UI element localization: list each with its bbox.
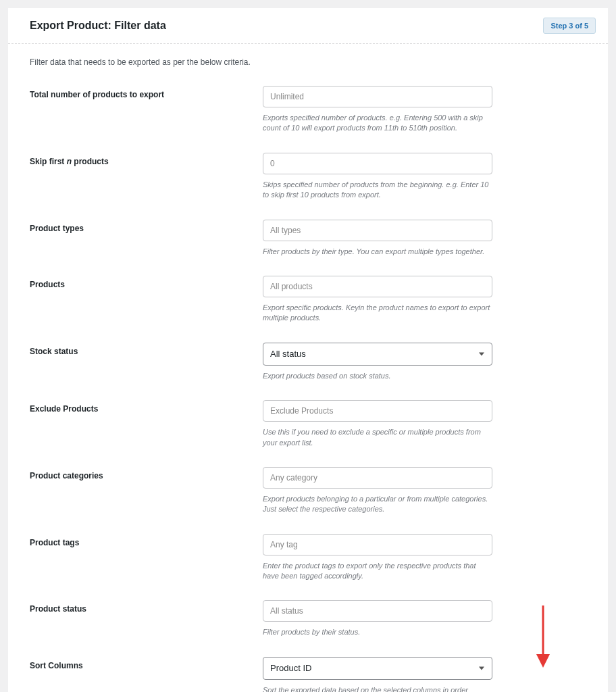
label-total: Total number of products to export [30, 86, 263, 134]
input-products[interactable] [263, 276, 492, 297]
help-skip: Skips specified number of products from … [263, 180, 492, 201]
input-categories[interactable] [263, 467, 492, 489]
row-total: Total number of products to export Expor… [30, 86, 586, 134]
row-stock: Stock status All status Export products … [30, 343, 586, 381]
help-categories: Export products belonging to a particula… [263, 494, 492, 515]
label-types: Product types [30, 220, 263, 257]
label-skip: Skip first n products [30, 153, 263, 201]
input-types[interactable] [263, 220, 492, 241]
select-sort-columns[interactable]: Product ID [263, 657, 492, 680]
input-tags[interactable] [263, 534, 492, 555]
label-status: Product status [30, 600, 263, 637]
row-exclude: Exclude Products Use this if you need to… [30, 400, 586, 448]
row-status: Product status Filter products by their … [30, 600, 586, 637]
row-products: Products Export specific products. Keyin… [30, 276, 586, 324]
page-title: Export Product: Filter data [30, 20, 166, 32]
input-skip[interactable] [263, 153, 492, 174]
help-status: Filter products by their status. [263, 627, 492, 637]
input-total[interactable] [263, 86, 492, 107]
input-exclude[interactable] [263, 400, 492, 422]
row-categories: Product categories Export products belon… [30, 467, 586, 515]
label-stock: Stock status [30, 343, 263, 381]
help-exclude: Use this if you need to exclude a specif… [263, 427, 492, 448]
row-types: Product types Filter products by their t… [30, 220, 586, 257]
help-stock: Export products based on stock status. [263, 371, 492, 381]
help-tags: Enter the product tags to export only th… [263, 561, 492, 582]
input-status[interactable] [263, 600, 492, 622]
label-categories: Product categories [30, 467, 263, 515]
help-sort-columns: Sort the exported data based on the sele… [263, 685, 492, 692]
step-badge: Step 3 of 5 [543, 18, 596, 34]
label-products: Products [30, 276, 263, 324]
help-types: Filter products by their type. You can e… [263, 247, 492, 257]
row-tags: Product tags Enter the product tags to e… [30, 534, 586, 582]
main-panel: Export Product: Filter data Step 3 of 5 … [8, 8, 608, 692]
label-tags: Product tags [30, 534, 263, 582]
label-exclude: Exclude Products [30, 400, 263, 448]
row-skip: Skip first n products Skips specified nu… [30, 153, 586, 201]
panel-header: Export Product: Filter data Step 3 of 5 [8, 8, 608, 44]
intro-text: Filter data that needs to be exported as… [30, 57, 586, 67]
label-sort-columns: Sort Columns [30, 657, 263, 692]
help-products: Export specific products. Keyin the prod… [263, 303, 492, 324]
help-total: Exports specified number of products. e.… [263, 113, 492, 134]
select-stock[interactable]: All status [263, 343, 492, 366]
row-sort-columns: Sort Columns Product ID Sort the exporte… [30, 657, 586, 692]
